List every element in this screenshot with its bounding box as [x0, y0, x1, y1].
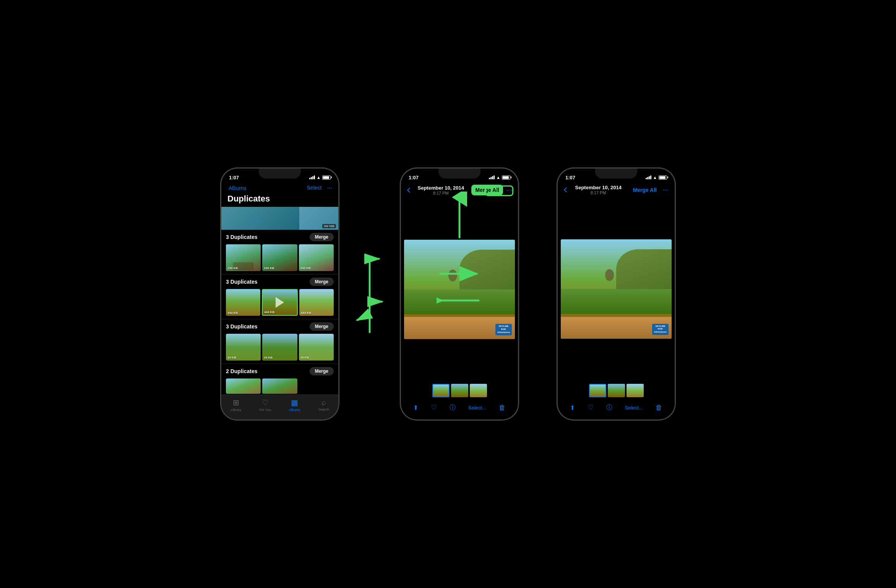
status-bar-3: 1:07 ▲	[558, 169, 675, 183]
strip-thumb-3-2[interactable]	[608, 384, 625, 397]
nav-actions-3: Merge All ···	[630, 185, 669, 195]
main-photo-2: SKYLINEROKAdventures	[401, 198, 518, 381]
photo-thumb-4-2[interactable]	[262, 378, 297, 394]
share-button-2[interactable]: ⬆	[413, 404, 418, 411]
merge-all-button-2[interactable]: Merge All	[471, 185, 503, 195]
phone-2: 1:07 ▲	[400, 168, 519, 420]
dup-count-2: 3 Duplicates	[226, 279, 257, 285]
photo-thumb-3-2[interactable]: 34 KB	[262, 334, 297, 361]
heart-button-3[interactable]: ♡	[588, 403, 594, 412]
nav-title-3: September 10, 2014 8:17 PM	[575, 185, 622, 195]
select-button-2[interactable]: Select...	[468, 405, 486, 411]
page-title-1: Duplicates	[221, 194, 338, 207]
library-icon: ⊞	[233, 398, 239, 407]
size-label-3-3: 34 KB	[300, 356, 309, 359]
nav-bar-2: September 10, 2014 8:17 PM Merge All ···	[401, 183, 518, 198]
photo-thumb-4-1[interactable]	[226, 378, 261, 394]
dup-group-1: 3 Duplicates Merge 230 KB 230 KB	[221, 230, 338, 275]
select-button-3[interactable]: Select...	[625, 405, 643, 411]
signal-icon	[309, 175, 315, 179]
size-label-2-1: 444 KB	[227, 311, 238, 315]
back-button-2[interactable]	[407, 188, 410, 193]
strip-thumb-2-3[interactable]	[470, 384, 487, 397]
dup-group-4: 2 Duplicates Merge	[221, 364, 338, 395]
size-label-3-1: 34 KB	[227, 356, 236, 359]
dup-count-3: 3 Duplicates	[226, 323, 257, 330]
dup-group-3: 3 Duplicates Merge 34 KB 34 KB 34 KB	[221, 319, 338, 364]
photo-thumb-3-1[interactable]: 34 KB	[226, 334, 261, 361]
strip-thumb-3-3[interactable]	[627, 384, 644, 397]
time-3: 1:07	[565, 175, 575, 180]
nav-time-3: 8:17 PM	[575, 190, 622, 195]
share-button-3[interactable]: ⬆	[570, 404, 575, 411]
nav-actions-2: Merge All ···	[471, 185, 512, 195]
size-label-2-3: 444 KB	[301, 311, 311, 315]
photo-thumb-2-3[interactable]: 444 KB	[299, 289, 334, 316]
merge-all-button-3[interactable]: Merge All	[630, 185, 660, 195]
header-actions-1: Select ···	[307, 185, 332, 192]
battery-icon-3	[659, 175, 667, 180]
info-button-3[interactable]: ⓘ	[606, 404, 612, 412]
more-button-2[interactable]: ···	[506, 186, 512, 194]
skyline-logo-3: SKYLINEROKAdventures	[652, 324, 669, 335]
merge-button-4[interactable]: Merge	[310, 367, 334, 375]
main-photo-3: SKYLINEROKAdventures	[558, 197, 675, 381]
signal-icon-3	[646, 175, 651, 179]
merge-button-3[interactable]: Merge	[310, 322, 334, 331]
strip-thumb-3-1[interactable]	[589, 384, 606, 397]
more-button-1[interactable]: ···	[327, 185, 332, 192]
wifi-icon-3: ▲	[653, 175, 657, 180]
tab-albums[interactable]: ▦ Albums	[280, 398, 309, 412]
merge-button-2[interactable]: Merge	[310, 278, 334, 286]
strip-thumb-2-1[interactable]	[432, 384, 450, 397]
nav-title-2: September 10, 2014 8:17 PM	[418, 185, 464, 195]
main-photo-img-3[interactable]: SKYLINEROKAdventures	[561, 239, 672, 339]
strip-thumb-2-2[interactable]	[451, 384, 468, 397]
arrow-svg-1-2	[354, 227, 385, 361]
phone-1: 1:07 ▲	[221, 168, 339, 420]
heart-button-2[interactable]: ♡	[431, 403, 437, 412]
thumb-strip-2	[401, 381, 518, 400]
more-button-3[interactable]: ···	[663, 186, 669, 194]
photo-thumb-2-1[interactable]: 444 KB	[226, 289, 260, 316]
photo-thumb-1-3[interactable]: 230 KB	[299, 244, 334, 271]
scene: 1:07 ▲	[205, 153, 691, 435]
photo-thumb-3-3[interactable]: 34 KB	[299, 334, 334, 361]
dup-count-4: 2 Duplicates	[226, 368, 257, 374]
skyline-logo-2: SKYLINEROKAdventures	[495, 324, 512, 335]
delete-button-3[interactable]: 🗑	[656, 404, 662, 412]
delete-button-2[interactable]: 🗑	[499, 404, 506, 412]
tab-search[interactable]: ⌕ Search	[309, 398, 339, 412]
status-icons-1: ▲	[309, 175, 331, 180]
albums-label: Albums	[289, 408, 300, 412]
back-label-1: Albums	[229, 185, 247, 191]
info-button-2[interactable]: ⓘ	[450, 404, 456, 412]
status-icons-2: ▲	[489, 175, 510, 180]
wifi-icon: ▲	[317, 175, 321, 180]
arrows-1-2	[354, 218, 385, 370]
back-button-3[interactable]	[564, 187, 567, 192]
select-button-1[interactable]: Select	[307, 185, 322, 192]
nav-date-2: September 10, 2014	[418, 185, 464, 191]
photo-thumb-1-1[interactable]: 230 KB	[226, 244, 261, 271]
size-label-3-2: 34 KB	[264, 356, 273, 359]
phone-3: 1:07 ▲	[557, 168, 675, 420]
nav-date-3: September 10, 2014	[575, 185, 622, 190]
dup-count-1: 3 Duplicates	[226, 234, 257, 240]
photo-thumb-1-2[interactable]: 230 KB	[262, 244, 297, 271]
merge-button-1[interactable]: Merge	[310, 233, 334, 241]
size-label-1-2: 230 KB	[264, 266, 274, 270]
nav-bar-1: Albums Select ···	[221, 183, 338, 194]
search-label: Search	[318, 408, 329, 411]
tab-library[interactable]: ⊞ Library	[221, 398, 251, 412]
status-bar-1: 1:07 ▲	[221, 169, 338, 183]
photo-thumb-2-2[interactable]: 444 KB	[262, 289, 298, 316]
action-bar-2: ⬆ ♡ ⓘ Select... 🗑	[401, 400, 518, 419]
back-button-1[interactable]: Albums	[227, 185, 247, 191]
main-photo-img-2[interactable]: SKYLINEROKAdventures	[404, 240, 515, 339]
tab-foryou[interactable]: ♡ For You	[251, 398, 280, 412]
status-icons-3: ▲	[646, 175, 667, 180]
action-bar-3: ⬆ ♡ ⓘ Select... 🗑	[558, 400, 675, 419]
size-label-1-1: 230 KB	[227, 266, 238, 270]
time-2: 1:07	[409, 175, 419, 180]
